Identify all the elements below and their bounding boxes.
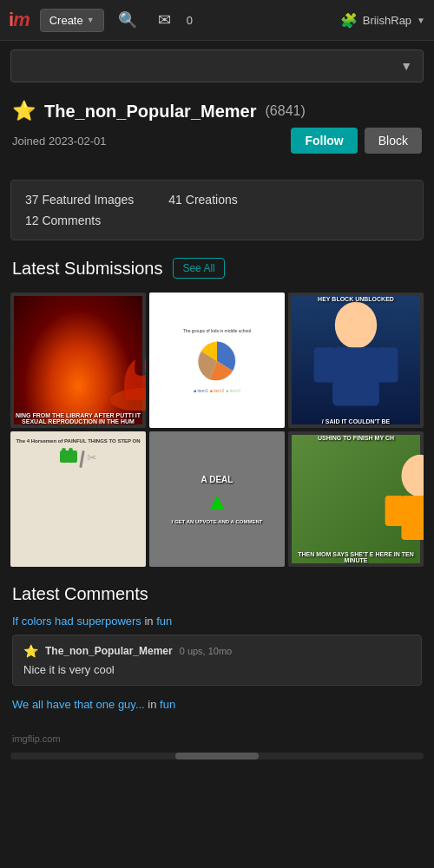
action-buttons: Follow Block — [291, 128, 422, 154]
featured-count: 37 — [25, 193, 39, 207]
profile-star-icon: ⭐ — [12, 100, 36, 122]
svg-rect-7 — [401, 496, 424, 540]
logo[interactable]: im — [9, 9, 30, 31]
svg-point-6 — [401, 455, 424, 496]
submissions-section: Latest Submissions See All — [0, 249, 434, 293]
comment1-meta: ⭐ The_non_Popular_Memer 0 ups, 10mo — [23, 644, 411, 658]
mail-icon[interactable]: ✉ — [151, 7, 178, 33]
stats-box: 37 Featured Images 41 Creations 12 Comme… — [10, 180, 424, 240]
comment2-category-link[interactable]: fun — [160, 698, 175, 711]
comments-count: 12 — [25, 214, 39, 227]
meme-rushing-bg — [292, 435, 420, 563]
comment2-post-link[interactable]: We all have that one guy... — [12, 698, 145, 711]
comment1-text: Nice it is very cool — [23, 663, 411, 676]
meme4-caption: The 4 Horsemen of PAINFUL THINGS TO STEP… — [16, 435, 140, 444]
profile-username: The_non_Popular_Memer — [44, 102, 257, 122]
featured-label-text: Featured Images — [42, 193, 134, 207]
submissions-header: Latest Submissions See All — [12, 258, 422, 279]
submissions-title: Latest Submissions — [12, 259, 162, 279]
comments-stat: 12 Comments — [25, 214, 101, 227]
comment2-in-label: in — [148, 698, 160, 711]
image-grid: NING FROM THE LIBRARY AFTER PUTTI IT SEX… — [10, 293, 424, 567]
footer: imgflip.com — [0, 723, 434, 749]
comment1-category-link[interactable]: fun — [156, 615, 172, 628]
stats-row-1: 37 Featured Images 41 Creations — [25, 193, 409, 207]
meme4-items: ✂ — [60, 450, 97, 468]
svg-rect-4 — [314, 347, 335, 382]
comment1-link-row: If colors had superpowers in fun — [12, 615, 422, 628]
meme-thumb-5[interactable]: A DEAL ▲ I GET AN UPVOTE AND A COMMENT — [149, 431, 285, 567]
user-menu[interactable]: 🧩 BriishRap ▼ — [340, 12, 425, 29]
search-icon[interactable]: 🔍 — [111, 7, 144, 33]
pie-chart-svg — [191, 335, 243, 387]
dropdown-chevron-icon: ▼ — [400, 59, 412, 73]
header: im Create 🔍 ✉ 0 🧩 BriishRap ▼ — [0, 0, 434, 41]
scroll-bar-thumb[interactable] — [175, 753, 258, 760]
meme-thumb-6[interactable]: USHING TO FINISH MY CH THEN MOM SAYS SHE… — [288, 431, 424, 567]
meme-inner-1: NING FROM THE LIBRARY AFTER PUTTI IT SEX… — [10, 293, 146, 428]
meme2-title: The groups of kids in middle school — [183, 328, 251, 333]
meme-thumb-2[interactable]: The groups of kids in middle school ■ it… — [149, 293, 285, 428]
scroll-bar-area[interactable] — [10, 753, 424, 760]
meme-inner-5: A DEAL ▲ I GET AN UPVOTE AND A COMMENT — [149, 431, 285, 567]
meme-inner-4: The 4 Horsemen of PAINFUL THINGS TO STEP… — [10, 431, 146, 567]
comment1-in-label: in — [144, 615, 156, 628]
meme-thumb-4[interactable]: The 4 Horsemen of PAINFUL THINGS TO STEP… — [10, 431, 146, 567]
featured-images-stat: 37 Featured Images — [25, 193, 134, 207]
creations-count: 41 — [168, 193, 182, 207]
stats-row-2: 12 Comments — [25, 214, 409, 227]
profile-join-date-row: Joined 2023-02-01 Follow Block — [12, 128, 422, 154]
meme-inner-6: USHING TO FINISH MY CH THEN MOM SAYS SHE… — [288, 431, 424, 567]
creations-label: Creations — [186, 193, 238, 207]
svg-rect-8 — [385, 496, 404, 526]
comments-label: Comments — [42, 214, 101, 227]
dropdown-bar[interactable]: ▼ — [10, 49, 424, 82]
meme5-caption-bottom: I GET AN UPVOTE AND A COMMENT — [172, 519, 263, 524]
lego-icon — [60, 450, 77, 463]
comment1-post-link[interactable]: If colors had superpowers — [12, 615, 141, 628]
comment1-star-icon: ⭐ — [23, 644, 38, 658]
block-button[interactable]: Block — [365, 128, 422, 154]
svg-rect-3 — [332, 347, 379, 405]
footer-text: imgflip.com — [12, 733, 61, 744]
creations-stat[interactable]: 41 Creations — [168, 193, 237, 207]
meme3-caption-bottom: / said it couldn't be — [288, 418, 424, 424]
meme5-caption-top: A DEAL — [201, 475, 233, 484]
logo-m: m — [13, 9, 30, 31]
svg-point-2 — [335, 302, 377, 349]
comment2-link-row: We all have that one guy... in fun — [12, 698, 422, 711]
create-button[interactable]: Create — [40, 9, 104, 32]
svg-rect-5 — [377, 347, 398, 382]
trump-svg — [292, 296, 420, 424]
profile-score: (6841) — [266, 103, 306, 119]
user-puzzle-icon: 🧩 — [340, 12, 358, 29]
header-chevron-icon: ▼ — [417, 16, 425, 25]
see-all-button[interactable]: See All — [173, 258, 224, 279]
comment1-box: ⭐ The_non_Popular_Memer 0 ups, 10mo Nice… — [12, 635, 422, 686]
follow-button[interactable]: Follow — [291, 128, 357, 154]
profile-section: ⭐ The_non_Popular_Memer (6841) Joined 20… — [0, 91, 434, 171]
profile-header: ⭐ The_non_Popular_Memer (6841) — [12, 100, 422, 122]
comments-section: Latest Comments If colors had superpower… — [0, 575, 434, 723]
scissors-icon: ✂ — [87, 450, 97, 468]
needle-icon — [79, 450, 84, 468]
fire-svg — [78, 329, 146, 411]
pie-legend: ■ item1 ■ item2 ■ item3 — [194, 388, 240, 393]
meme-thumb-3[interactable]: HEY BLOCK UNBLOCKED / said it couldn't b… — [288, 293, 424, 428]
comment1-info: 0 ups, 10mo — [180, 646, 233, 656]
username-display: BriishRap — [363, 14, 411, 27]
rushing-svg — [356, 435, 424, 563]
comments-section-title: Latest Comments — [12, 584, 422, 604]
meme6-caption-top: USHING TO FINISH MY CH — [288, 435, 424, 441]
comment1-username: The_non_Popular_Memer — [45, 645, 173, 657]
meme-trump-bg — [292, 296, 420, 424]
meme-inner-2: The groups of kids in middle school ■ it… — [149, 293, 285, 428]
meme3-caption-top: HEY BLOCK UNBLOCKED — [288, 296, 424, 302]
notification-count[interactable]: 0 — [185, 10, 194, 30]
profile-join-date: Joined 2023-02-01 — [12, 135, 106, 148]
arrow-up-icon: ▲ — [205, 488, 229, 516]
meme-inner-3: HEY BLOCK UNBLOCKED / said it couldn't b… — [288, 293, 424, 428]
meme6-caption-bottom: THEN MOM SAYS SHE'T E HERE IN TEN MINUTE — [288, 551, 424, 563]
meme-thumb-1[interactable]: NING FROM THE LIBRARY AFTER PUTTI IT SEX… — [10, 293, 146, 428]
meme-fire-bg — [14, 296, 142, 424]
